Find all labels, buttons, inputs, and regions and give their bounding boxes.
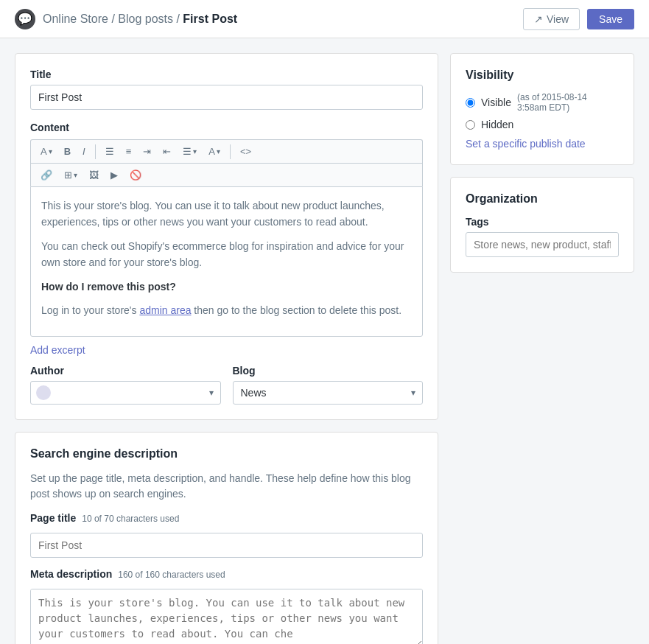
- author-select-wrapper: [30, 381, 221, 405]
- visibility-visible-radio[interactable]: [466, 98, 475, 108]
- top-bar-right: ↗ View Save: [523, 8, 634, 30]
- toolbar-divider-2: [230, 144, 231, 159]
- meta-desc-label-row: Meta description 160 of 160 characters u…: [30, 568, 423, 584]
- page-title-char-count: 10 of 70 characters used: [82, 514, 179, 524]
- set-publish-date-link[interactable]: Set a specific publish date: [466, 138, 619, 150]
- italic-button[interactable]: I: [77, 143, 91, 160]
- visibility-visible-option: Visible (as of 2015-08-14 3:58am EDT): [466, 92, 619, 113]
- outdent-button[interactable]: ⇤: [158, 143, 176, 160]
- add-excerpt-link[interactable]: Add excerpt: [30, 344, 85, 356]
- blog-select[interactable]: News: [233, 381, 424, 405]
- visibility-hidden-option: Hidden: [466, 119, 619, 130]
- app-icon: 💬: [15, 9, 35, 29]
- author-avatar: [36, 385, 51, 400]
- main-right: Visibility Visible (as of 2015-08-14 3:5…: [450, 53, 634, 644]
- author-blog-row: Author Blog News: [30, 365, 423, 405]
- visibility-visible-label: Visible: [481, 97, 511, 108]
- organization-card: Organization Tags: [450, 177, 634, 273]
- seo-card: Search engine description Set up the pag…: [15, 432, 438, 644]
- tags-input[interactable]: [466, 232, 619, 257]
- meta-desc-char-count: 160 of 160 characters used: [118, 570, 225, 580]
- top-bar: 💬 Online Store / Blog posts / First Post…: [0, 0, 649, 38]
- editor-heading: How do I remove this post?: [41, 279, 412, 295]
- editor-para1: This is your store's blog. You can use i…: [41, 197, 412, 231]
- editor-toolbar-row1: A ▾ B I ☰ ≡ ⇥ ⇤ ☰ ▾ A ▾ <>: [30, 139, 423, 163]
- organization-title: Organization: [466, 192, 619, 206]
- meta-desc-label: Meta description: [30, 568, 112, 580]
- image-button[interactable]: 🖼: [84, 167, 104, 183]
- save-button[interactable]: Save: [587, 9, 634, 29]
- video-button[interactable]: ▶: [105, 167, 123, 183]
- editor-para2: You can check out Shopify's ecommerce bl…: [41, 238, 412, 271]
- page-title-input[interactable]: [30, 533, 423, 558]
- visibility-card: Visibility Visible (as of 2015-08-14 3:5…: [450, 53, 634, 165]
- breadcrumb-online-store[interactable]: Online Store: [43, 13, 108, 25]
- view-icon: ↗: [534, 13, 543, 25]
- align-button[interactable]: ☰ ▾: [178, 143, 202, 160]
- title-label: Title: [30, 69, 423, 80]
- editor-para3: Log in to your store's admin area then g…: [41, 302, 412, 318]
- main-card: Title Content A ▾ B I ☰ ≡ ⇥ ⇤ ☰ ▾ A ▾: [15, 53, 438, 420]
- seo-description: Set up the page title, meta description,…: [30, 471, 423, 502]
- breadcrumb: Online Store / Blog posts / First Post: [43, 13, 237, 26]
- html-button[interactable]: <>: [235, 143, 256, 160]
- visibility-hidden-radio[interactable]: [466, 120, 475, 130]
- title-input[interactable]: [30, 85, 423, 110]
- page-title-label-row: Page title 10 of 70 characters used: [30, 512, 423, 528]
- breadcrumb-blog-posts[interactable]: Blog posts: [118, 13, 173, 25]
- content-label: Content: [30, 122, 423, 133]
- breadcrumb-current: First Post: [183, 13, 237, 25]
- ol-button[interactable]: ≡: [121, 143, 137, 160]
- indent-button[interactable]: ⇥: [138, 143, 156, 160]
- page-title-label: Page title: [30, 512, 76, 524]
- table-button[interactable]: ⊞ ▾: [59, 167, 83, 183]
- visibility-visible-note: (as of 2015-08-14 3:58am EDT): [517, 92, 619, 113]
- link-button[interactable]: 🔗: [35, 167, 57, 183]
- breadcrumb-sep1: /: [111, 13, 118, 25]
- top-bar-left: 💬 Online Store / Blog posts / First Post: [15, 9, 237, 29]
- no-button[interactable]: 🚫: [124, 167, 147, 183]
- editor-body[interactable]: This is your store's blog. You can use i…: [30, 186, 423, 337]
- main-left: Title Content A ▾ B I ☰ ≡ ⇥ ⇤ ☰ ▾ A ▾: [15, 53, 438, 644]
- ul-button[interactable]: ☰: [100, 143, 119, 160]
- visibility-title: Visibility: [466, 69, 619, 82]
- admin-area-link[interactable]: admin area: [139, 304, 191, 316]
- author-select[interactable]: [30, 381, 221, 405]
- breadcrumb-sep2: /: [176, 13, 183, 25]
- blog-field-group: Blog News: [233, 365, 424, 405]
- font-color-button[interactable]: A ▾: [203, 143, 225, 160]
- visibility-hidden-label: Hidden: [481, 119, 513, 130]
- bold-button[interactable]: B: [59, 143, 76, 160]
- main-layout: Title Content A ▾ B I ☰ ≡ ⇥ ⇤ ☰ ▾ A ▾: [0, 38, 649, 644]
- author-field-group: Author: [30, 365, 221, 405]
- toolbar-divider-1: [95, 144, 96, 159]
- font-button[interactable]: A ▾: [35, 143, 57, 160]
- tags-label: Tags: [466, 216, 619, 228]
- blog-label: Blog: [233, 365, 424, 377]
- view-button[interactable]: ↗ View: [523, 8, 580, 30]
- meta-desc-input[interactable]: [30, 589, 423, 644]
- editor-toolbar-row2: 🔗 ⊞ ▾ 🖼 ▶ 🚫: [30, 163, 423, 186]
- blog-select-wrapper: News: [233, 381, 424, 405]
- author-label: Author: [30, 365, 221, 377]
- seo-title: Search engine description: [30, 447, 423, 461]
